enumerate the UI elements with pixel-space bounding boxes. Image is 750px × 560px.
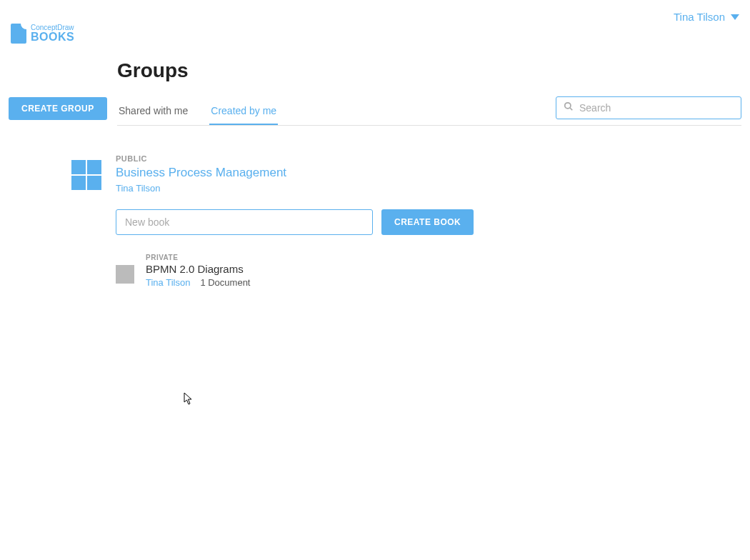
new-book-input[interactable] (116, 209, 373, 235)
logo-line2: BOOKS (31, 31, 74, 43)
book-item: PRIVATE BPMN 2.0 Diagrams Tina Tilson 1 … (116, 254, 741, 288)
group-owner[interactable]: Tina Tilson (116, 183, 741, 194)
logo-text: ConceptDraw BOOKS (31, 24, 74, 43)
create-group-button[interactable]: CREATE GROUP (9, 97, 107, 120)
svg-line-1 (570, 108, 573, 111)
tabs: Shared with me Created by me (117, 97, 278, 124)
search-box[interactable] (556, 96, 741, 119)
group-icon (71, 160, 101, 190)
book-owner[interactable]: Tina Tilson (146, 277, 190, 288)
chevron-down-icon (731, 14, 739, 20)
page-title: Groups (117, 59, 741, 82)
tab-shared-with-me[interactable]: Shared with me (117, 98, 189, 125)
group-section: PUBLIC Business Process Management Tina … (117, 154, 741, 288)
svg-point-0 (565, 103, 571, 109)
book-visibility: PRIVATE (146, 254, 741, 261)
book-icon (116, 265, 134, 284)
search-input[interactable] (579, 102, 734, 114)
search-icon (564, 101, 574, 114)
book-doc-count: 1 Document (200, 277, 250, 288)
user-menu[interactable]: Tina Tilson (674, 11, 739, 23)
main-content: Groups Shared with me Created by me (107, 44, 750, 288)
cursor-icon (184, 392, 194, 405)
logo[interactable]: ConceptDraw BOOKS (11, 24, 74, 44)
logo-icon (11, 24, 26, 44)
group-visibility: PUBLIC (116, 154, 741, 163)
book-title[interactable]: BPMN 2.0 Diagrams (146, 263, 741, 275)
tab-created-by-me[interactable]: Created by me (209, 98, 278, 125)
create-book-button[interactable]: CREATE BOOK (381, 209, 474, 235)
group-title[interactable]: Business Process Management (116, 166, 741, 180)
user-name: Tina Tilson (674, 11, 725, 23)
